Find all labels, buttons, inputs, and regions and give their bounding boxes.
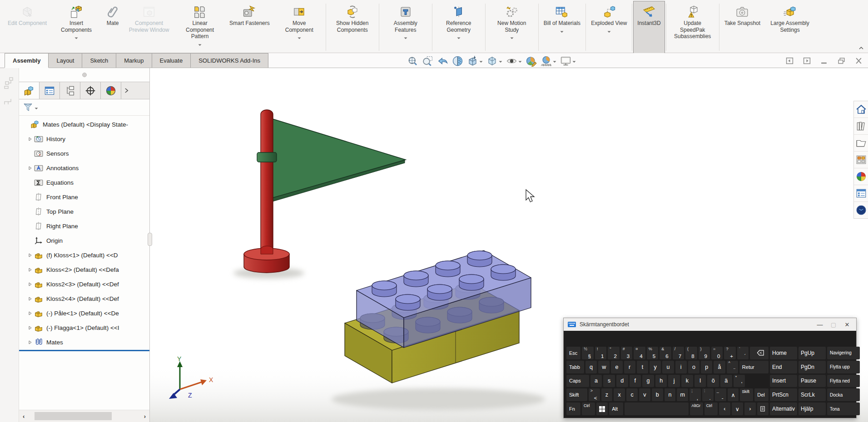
dropdown-caret-icon[interactable] — [74, 34, 78, 41]
expand-arrow-icon[interactable] — [26, 326, 34, 330]
dropdown-caret-icon[interactable] — [607, 28, 611, 35]
key-2[interactable]: "2 — [608, 347, 619, 359]
flag-part[interactable] — [273, 119, 406, 201]
zoom-area-button[interactable] — [422, 55, 433, 67]
dropdown-caret-icon[interactable] — [499, 57, 502, 65]
key-blank[interactable]: :. — [702, 388, 714, 401]
key-k[interactable]: k — [681, 375, 693, 388]
tree-item-mates-default-display-state[interactable]: Mates (Default) <Display State- — [19, 117, 149, 132]
key-navigering[interactable]: Navigering — [827, 347, 860, 359]
key-å[interactable]: å — [714, 361, 725, 373]
key-blank[interactable]: ?+ — [724, 347, 735, 359]
panel-horizontal-scrollbar[interactable]: ‹ › — [19, 410, 149, 422]
key-blank[interactable]: ½§ — [582, 347, 593, 359]
edit-appearance-button[interactable] — [526, 55, 537, 67]
ribbon-collapse-icon[interactable] — [859, 43, 863, 51]
tree-item-sensors[interactable]: Sensors — [19, 146, 149, 161]
key-4[interactable]: ¤4 — [634, 347, 645, 359]
key-arrow-up[interactable]: ∧ — [728, 388, 739, 401]
key-3[interactable]: #3 — [621, 347, 632, 359]
expand-arrow-icon[interactable] — [26, 282, 34, 286]
mate-button[interactable]: Mate — [102, 1, 124, 54]
key-backspace[interactable] — [750, 347, 769, 359]
expand-arrow-icon[interactable] — [26, 166, 34, 170]
key-arrow-left[interactable]: ‹ — [719, 402, 730, 415]
tree-item-origin[interactable]: Origin — [19, 233, 149, 248]
large-assembly-settings-button[interactable]: Large Assembly Settings — [764, 1, 815, 54]
key-alternativ[interactable]: Alternativ — [770, 402, 797, 415]
expand-arrow-icon[interactable] — [26, 340, 34, 344]
key-y[interactable]: y — [650, 361, 661, 373]
key-insert[interactable]: Insert — [770, 375, 797, 388]
key-9[interactable]: )9 — [699, 347, 710, 359]
assembly-features-button[interactable]: Assembly Features — [380, 1, 431, 54]
key-x[interactable]: x — [614, 388, 625, 401]
tree-item-mates[interactable]: Mates — [19, 335, 149, 349]
key-retur[interactable]: Retur — [739, 361, 769, 373]
expand-arrow-icon[interactable] — [26, 268, 34, 272]
key-h[interactable]: h — [655, 375, 667, 388]
tab-layout[interactable]: Layout — [48, 53, 82, 68]
key-windows[interactable] — [596, 402, 608, 415]
rollback-bar[interactable] — [19, 350, 149, 351]
key-l[interactable]: l — [694, 375, 706, 388]
view-orientation-button[interactable] — [467, 55, 483, 67]
key-n[interactable]: n — [665, 388, 676, 401]
taskpane-home-button[interactable] — [854, 101, 868, 118]
dropdown-caret-icon[interactable] — [298, 34, 301, 41]
tree-item-flagga-1-default-i[interactable]: (-) Flagga<1> (Default) <<I — [19, 320, 149, 335]
exploded-view-button[interactable]: Exploded View — [587, 1, 631, 54]
instant3d-button[interactable]: Instant3D — [633, 1, 665, 54]
taskpane-forum-button[interactable] — [854, 202, 868, 218]
reference-geometry-button[interactable]: Reference Geometry — [433, 1, 484, 54]
key-t[interactable]: t — [637, 361, 648, 373]
tree-item-front-plane[interactable]: Front Plane — [19, 190, 149, 204]
dropdown-caret-icon[interactable] — [560, 28, 564, 35]
key-q[interactable]: q — [585, 361, 597, 373]
pane-collapse-right-button[interactable] — [803, 57, 811, 64]
scrollbar-thumb[interactable] — [35, 412, 112, 420]
key-u[interactable]: u — [662, 361, 674, 373]
expand-arrow-icon[interactable] — [26, 311, 34, 315]
key-0[interactable]: =0 — [711, 347, 723, 359]
key-b[interactable]: b — [652, 388, 663, 401]
osk-title-bar[interactable]: Skärmtangentbordet — ▢ ✕ — [564, 318, 856, 331]
dropdown-caret-icon[interactable] — [572, 57, 576, 65]
previous-view-button[interactable] — [437, 55, 448, 67]
update-speedpak-subassemblies-button[interactable]: Update SpeedPak Subassemblies — [667, 1, 718, 54]
key-o[interactable]: o — [688, 361, 699, 373]
key-skift[interactable]: Skift — [740, 388, 753, 401]
tree-item-kloss-2-default-defa[interactable]: Kloss<2> (Default) <<Defa — [19, 262, 149, 277]
osk-minimize-button[interactable]: — — [815, 321, 825, 328]
key-arrow-down[interactable]: ∨ — [732, 402, 743, 415]
scroll-right-icon[interactable]: › — [144, 413, 146, 420]
tree-item-kloss2-4-default-def[interactable]: Kloss2<4> (Default) <<Def — [19, 291, 149, 306]
key-blank[interactable]: _- — [715, 388, 726, 401]
key-menu[interactable] — [757, 402, 769, 415]
tree-item-f-kloss-1-default-d[interactable]: (f) Kloss<1> (Default) <<D — [19, 248, 149, 262]
dropdown-caret-icon[interactable] — [404, 34, 407, 41]
dropdown-caret-icon[interactable] — [198, 41, 202, 48]
key-6[interactable]: &6 — [660, 347, 671, 359]
filter-caret-icon[interactable] — [35, 103, 38, 112]
expand-arrow-icon[interactable] — [26, 297, 34, 301]
expand-arrow-icon[interactable] — [26, 137, 34, 141]
key-tona[interactable]: Tona — [827, 402, 860, 415]
key-pgup[interactable]: PgUp — [799, 347, 826, 359]
tree-item-history[interactable]: History — [19, 132, 149, 146]
filter-icon[interactable] — [23, 103, 33, 112]
key-p[interactable]: p — [701, 361, 712, 373]
key-ä[interactable]: ä — [720, 375, 732, 388]
key-hjälp[interactable]: Hjälp — [799, 402, 826, 415]
key-fn[interactable]: Fn — [566, 402, 580, 415]
key-z[interactable]: z — [601, 388, 613, 401]
pane-collapse-left-button[interactable] — [786, 57, 794, 64]
expand-arrow-icon[interactable] — [26, 253, 34, 257]
tree-item-top-plane[interactable]: Top Plane — [19, 204, 149, 219]
key-e[interactable]: e — [611, 361, 622, 373]
key-blank[interactable]: *' — [734, 375, 745, 388]
hide-show-items-button[interactable] — [506, 55, 522, 67]
key-flytta-upp[interactable]: Flytta upp — [827, 361, 860, 373]
dropdown-caret-icon[interactable] — [518, 57, 522, 65]
panel-tab-displaymanager[interactable] — [101, 82, 121, 99]
